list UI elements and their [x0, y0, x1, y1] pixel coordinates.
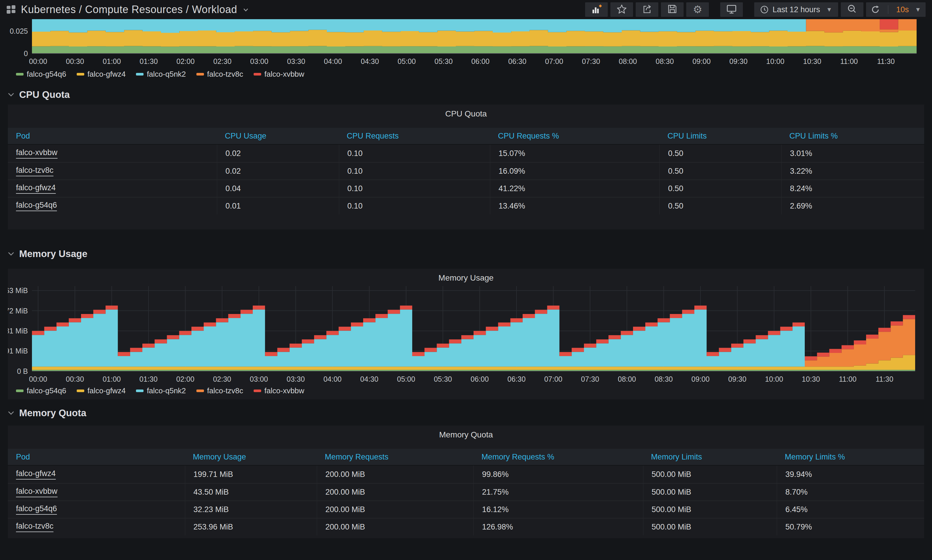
column-header[interactable]: Memory Limits % — [777, 449, 923, 465]
pod-link[interactable]: falco-xvbbw — [16, 487, 57, 497]
table-header-row: PodMemory UsageMemory RequestsMemory Req… — [8, 449, 924, 466]
y-tick-label: 191 MiB — [8, 347, 28, 355]
x-tick-label: 00:30 — [66, 57, 84, 65]
x-tick-label: 08:00 — [619, 57, 637, 65]
legend-item[interactable]: falco-g54q6 — [16, 70, 66, 79]
star-button[interactable] — [611, 2, 633, 17]
dashboard-toolbar: ⚙ Last 12 hours ▼ — [583, 2, 926, 17]
x-tick-label: 02:00 — [176, 375, 194, 383]
pod-cell: falco-gfwz4 — [8, 466, 185, 483]
section-header-cpu-quota[interactable]: CPU Quota — [8, 88, 70, 102]
section-header-memory-quota[interactable]: Memory Quota — [8, 406, 86, 420]
legend-color-dash — [136, 389, 143, 392]
x-tick-label: 10:00 — [766, 57, 784, 65]
value-cell: 41.22% — [490, 180, 659, 197]
value-cell: 199.71 MiB — [185, 466, 317, 483]
zoom-out-button[interactable] — [841, 2, 863, 17]
cpu-usage-chart[interactable]: 00:0000:3001:0001:3002:0002:3003:0003:30… — [0, 19, 932, 100]
legend-item[interactable]: falco-gfwz4 — [77, 386, 126, 395]
column-header[interactable]: CPU Limits % — [781, 128, 924, 144]
legend-label: falco-tzv8c — [207, 70, 243, 79]
legend-label: falco-g54q6 — [27, 386, 66, 395]
pod-link[interactable]: falco-tzv8c — [16, 166, 54, 176]
panel-title[interactable]: CPU Quota — [8, 109, 924, 118]
section-title: Memory Usage — [19, 248, 88, 259]
settings-icon: ⚙ — [693, 5, 702, 15]
value-cell: 200.00 MiB — [317, 466, 473, 483]
chart-plot[interactable]: 00:0000:3001:0001:3002:0002:3003:0003:30… — [0, 19, 932, 67]
panel-title[interactable]: Memory Quota — [8, 430, 924, 440]
settings-button[interactable]: ⚙ — [686, 2, 709, 17]
pod-link[interactable]: falco-g54q6 — [16, 201, 57, 211]
cycle-view-button[interactable] — [720, 2, 743, 17]
column-header[interactable]: Memory Usage — [185, 449, 317, 465]
dashboards-grid-icon[interactable] — [6, 5, 16, 14]
pod-link[interactable]: falco-tzv8c — [16, 522, 54, 532]
x-tick-label: 06:00 — [471, 57, 489, 65]
memory-usage-chart[interactable]: 00:0000:3001:0001:3002:0002:3003:0003:30… — [8, 269, 924, 399]
cpu-quota-panel: CPU Quota PodCPU UsageCPU RequestsCPU Re… — [8, 105, 924, 229]
column-header[interactable]: CPU Requests % — [490, 128, 659, 144]
pod-link[interactable]: falco-gfwz4 — [16, 183, 56, 194]
legend-item[interactable]: falco-xvbbw — [254, 386, 304, 395]
time-range-picker[interactable]: Last 12 hours ▼ — [754, 2, 838, 17]
column-header[interactable]: CPU Limits — [659, 128, 781, 144]
column-header[interactable]: Memory Requests — [317, 449, 473, 465]
legend-color-dash — [16, 73, 23, 75]
pod-link[interactable]: falco-xvbbw — [16, 148, 57, 158]
legend-item[interactable]: falco-q5nk2 — [136, 386, 186, 395]
memory-usage-panel: Memory Usage 00:0000:3001:0001:3002:0002… — [8, 269, 924, 399]
x-tick-label: 02:30 — [213, 57, 232, 65]
legend-item[interactable]: falco-gfwz4 — [77, 70, 126, 79]
column-header[interactable]: CPU Requests — [339, 128, 490, 144]
x-tick-label: 01:00 — [103, 375, 121, 383]
pod-cell: falco-tzv8c — [8, 163, 217, 180]
y-tick-label: 0.025 — [9, 27, 28, 35]
column-header[interactable]: Pod — [8, 449, 185, 465]
x-tick-label: 02:00 — [176, 57, 195, 65]
column-header[interactable]: Memory Limits — [643, 449, 777, 465]
grafana-dashboard: { "header": { "title": "Kubernetes / Com… — [0, 0, 932, 560]
dashboard-title-caret-icon[interactable] — [243, 6, 248, 13]
value-cell: 2.69% — [781, 197, 924, 214]
legend-item[interactable]: falco-g54q6 — [16, 386, 66, 395]
x-tick-label: 08:30 — [656, 57, 674, 65]
chart-legend: falco-g54q6falco-gfwz4falco-q5nk2falco-t… — [16, 386, 304, 395]
legend-item[interactable]: falco-tzv8c — [196, 70, 243, 79]
share-button[interactable] — [636, 2, 658, 17]
column-header[interactable]: Pod — [8, 128, 217, 144]
refresh-caret-icon: ▼ — [915, 6, 921, 13]
star-icon — [617, 4, 627, 15]
value-cell: 16.12% — [473, 501, 643, 518]
y-tick-label: 381 MiB — [8, 327, 28, 335]
x-tick-label: 11:00 — [839, 375, 857, 383]
table-row: falco-gfwz4199.71 MiB200.00 MiB99.86%500… — [8, 466, 924, 483]
legend-item[interactable]: falco-xvbbw — [254, 70, 304, 79]
cpu-quota-table: PodCPU UsageCPU RequestsCPU Requests %CP… — [8, 128, 924, 214]
x-tick-label: 01:30 — [140, 375, 158, 383]
x-tick-label: 03:30 — [286, 375, 305, 383]
column-header[interactable]: Memory Requests % — [473, 449, 643, 465]
chart-plot[interactable]: 00:0000:3001:0001:3002:0002:3003:0003:30… — [8, 269, 924, 385]
legend-item[interactable]: falco-q5nk2 — [136, 70, 186, 79]
refresh-picker[interactable]: 10s ▼ — [866, 2, 926, 17]
add-panel-button[interactable] — [585, 2, 608, 17]
column-header[interactable]: CPU Usage — [217, 128, 338, 144]
value-cell: 200.00 MiB — [317, 518, 473, 535]
save-button[interactable] — [661, 2, 684, 17]
value-cell: 0.10 — [339, 163, 490, 180]
value-cell: 32.23 MiB — [185, 501, 317, 518]
pod-cell: falco-xvbbw — [8, 484, 185, 500]
x-tick-label: 01:00 — [103, 57, 121, 65]
value-cell: 500.00 MiB — [643, 484, 777, 500]
legend-item[interactable]: falco-tzv8c — [196, 386, 243, 395]
section-title: CPU Quota — [19, 89, 70, 100]
section-header-memory-usage[interactable]: Memory Usage — [8, 247, 88, 261]
table-row: falco-tzv8c253.96 MiB200.00 MiB126.98%50… — [8, 518, 924, 535]
x-tick-label: 09:00 — [691, 375, 710, 383]
dashboard-title[interactable]: Kubernetes / Compute Resources / Workloa… — [21, 3, 237, 16]
pod-link[interactable]: falco-gfwz4 — [16, 469, 56, 480]
legend-color-dash — [254, 73, 261, 75]
value-cell: 6.45% — [777, 501, 923, 518]
pod-link[interactable]: falco-g54q6 — [16, 504, 57, 515]
